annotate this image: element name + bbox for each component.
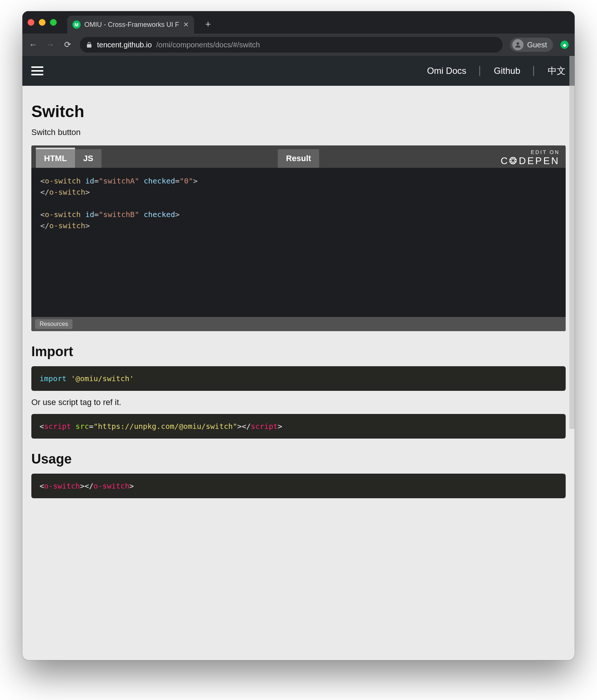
scrollbar[interactable] [569, 56, 575, 429]
topbar-link-omidocs[interactable]: Omi Docs [427, 66, 466, 76]
url-path: /omi/components/docs/#/switch [156, 41, 260, 49]
import-code-block: import '@omiu/switch' [31, 366, 566, 391]
address-bar: ← → ⟳ tencent.github.io/omi/components/d… [22, 34, 575, 56]
browser-window: M OMIU - Cross-Frameworks UI F ✕ + ← → ⟳… [22, 11, 575, 660]
url-host: tencent.github.io [97, 41, 152, 49]
resources-button[interactable]: Resources [35, 319, 72, 329]
usage-code-block: <o-switch></o-switch> [31, 474, 566, 498]
page-viewport: Omi Docs │ Github │ 中文 Switch Switch but… [22, 56, 575, 660]
edit-on-label: EDIT ON [501, 149, 560, 155]
close-window-icon[interactable] [28, 19, 34, 26]
browser-tab[interactable]: M OMIU - Cross-Frameworks UI F ✕ [67, 16, 194, 34]
close-tab-icon[interactable]: ✕ [183, 21, 189, 29]
new-tab-button[interactable]: + [205, 18, 211, 30]
forward-button[interactable]: → [46, 40, 55, 50]
lock-icon [86, 41, 93, 48]
profile-button[interactable]: Guest [510, 38, 553, 52]
avatar-icon [512, 39, 523, 50]
codepen-tab-result[interactable]: Result [278, 149, 319, 168]
codepen-embed: HTML JS Result EDIT ON C❂DEPEN <o-switch… [31, 145, 566, 331]
window-controls [28, 19, 57, 26]
codepen-footer: Resources [31, 317, 566, 331]
maximize-window-icon[interactable] [50, 19, 57, 26]
codepen-logo: C❂DEPEN [501, 155, 560, 167]
codepen-tab-html[interactable]: HTML [36, 149, 75, 168]
content: Switch Switch button HTML JS Result EDIT [22, 86, 575, 521]
import-heading: Import [31, 344, 566, 360]
import-note: Or use script tag to ref it. [31, 398, 566, 407]
extension-icon[interactable]: ◆ [560, 41, 569, 49]
topbar-link-github[interactable]: Github [494, 66, 521, 76]
page-subtitle: Switch button [31, 128, 566, 137]
minimize-window-icon[interactable] [39, 19, 46, 26]
usage-heading: Usage [31, 451, 566, 467]
codepen-tab-js[interactable]: JS [75, 149, 101, 168]
tab-title: OMIU - Cross-Frameworks UI F [84, 21, 179, 29]
menu-icon[interactable] [31, 66, 43, 75]
back-button[interactable]: ← [28, 40, 38, 50]
codepen-edit-link[interactable]: EDIT ON C❂DEPEN [501, 147, 566, 167]
divider: │ [478, 66, 483, 76]
profile-label: Guest [527, 41, 547, 49]
script-code-block: <script src="https://unpkg.com/@omiu/swi… [31, 414, 566, 439]
topbar-link-lang[interactable]: 中文 [548, 65, 566, 77]
svg-point-0 [516, 42, 519, 45]
codepen-tabs: HTML JS Result EDIT ON C❂DEPEN [31, 145, 566, 168]
url-field[interactable]: tencent.github.io/omi/components/docs/#/… [80, 37, 503, 53]
tab-strip: M OMIU - Cross-Frameworks UI F ✕ + [22, 11, 575, 34]
codepen-code: <o-switch id="switchA" checked="0"> </o-… [31, 168, 566, 317]
divider: │ [531, 66, 537, 76]
tab-favicon-icon: M [72, 21, 81, 29]
app-topbar: Omi Docs │ Github │ 中文 [22, 56, 575, 86]
page-title: Switch [31, 102, 566, 121]
reload-button[interactable]: ⟳ [63, 40, 72, 50]
